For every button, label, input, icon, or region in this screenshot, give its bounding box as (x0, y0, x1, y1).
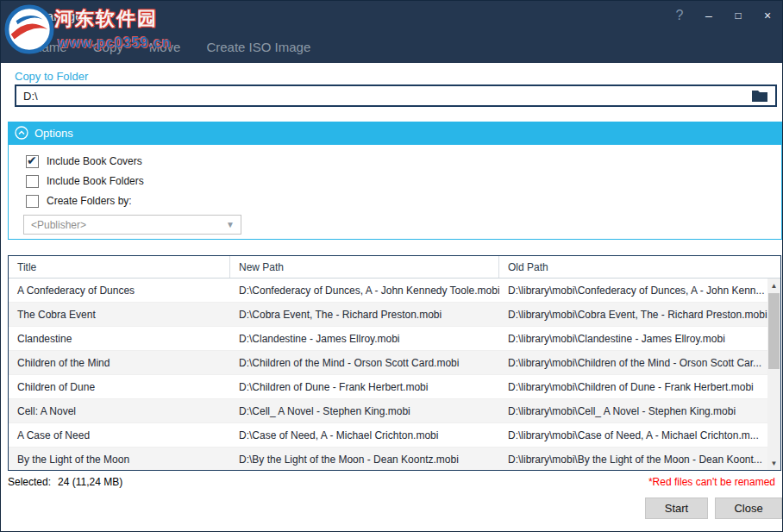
cell-title: The Cobra Event (9, 309, 230, 321)
chevron-down-icon[interactable]: ▼ (220, 220, 241, 229)
cell-new-path: D:\Children of Dune - Frank Herbert.mobi (230, 381, 499, 393)
cell-new-path: D:\Cell_ A Novel - Stephen King.mobi (230, 405, 499, 417)
cell-new-path: D:\Clandestine - James Ellroy.mobi (230, 333, 499, 345)
include-book-covers-checkbox[interactable]: ✔ (26, 155, 39, 168)
collapse-chevron-icon[interactable] (15, 126, 28, 140)
close-icon[interactable]: × (753, 1, 782, 30)
cell-title: A Confederacy of Dunces (9, 285, 230, 297)
tab-create-iso-image[interactable]: Create ISO Image (206, 40, 310, 54)
include-book-covers-label: Include Book Covers (47, 155, 142, 167)
cell-old-path: D:\library\mobi\Cobra Event, The - Richa… (499, 309, 767, 321)
cell-title: Clandestine (9, 333, 230, 345)
cell-title: A Case of Need (9, 429, 230, 441)
cell-title: Children of Dune (9, 381, 230, 393)
watermark-logo (4, 4, 54, 54)
red-files-warning: *Red files can't be renamed (648, 476, 775, 488)
scrollbar-thumb[interactable] (768, 293, 780, 369)
browse-folder-icon[interactable] (751, 89, 768, 103)
site-watermark: 河东软件园 www.pc0359.cn (3, 3, 201, 63)
files-table: Title New Path Old Path A Confederacy of… (8, 255, 781, 471)
scroll-down-icon[interactable]: ▼ (767, 456, 780, 470)
create-folders-by-checkbox[interactable]: ✔ (26, 195, 39, 208)
scroll-up-icon[interactable]: ▲ (767, 279, 780, 292)
checkmark-icon: ✔ (27, 153, 37, 167)
column-header-new-path[interactable]: New Path (230, 256, 499, 278)
cell-title: Cell: A Novel (9, 405, 230, 417)
minimize-icon[interactable]: – (694, 1, 723, 30)
selected-label: Selected: (8, 476, 51, 488)
options-expander[interactable]: Options (8, 122, 782, 144)
cell-new-path: D:\Case of Need, A - Michael Crichton.mo… (230, 429, 499, 441)
destination-path-box (15, 84, 777, 107)
cell-old-path: D:\library\mobi\Children of Dune - Frank… (499, 381, 767, 393)
watermark-site-name: 河东软件园 (54, 6, 158, 32)
file-manager-window: File Manager ? – □ × Rename Copy Move Cr… (0, 0, 783, 532)
maximize-icon[interactable]: □ (723, 1, 753, 30)
destination-path-input[interactable] (23, 90, 751, 103)
include-book-folders-option[interactable]: ✔ Include Book Folders (26, 174, 144, 188)
table-row[interactable]: A Case of Need D:\Case of Need, A - Mich… (9, 423, 767, 448)
cell-title: Children of the Mind (9, 357, 230, 369)
table-row[interactable]: By the Light of the Moon D:\By the Light… (9, 448, 767, 470)
include-book-folders-label: Include Book Folders (47, 175, 144, 187)
column-header-title[interactable]: Title (9, 256, 230, 278)
create-folders-by-option[interactable]: ✔ Create Folders by: (26, 194, 132, 208)
options-title: Options (34, 127, 73, 140)
table-row[interactable]: The Cobra Event D:\Cobra Event, The - Ri… (9, 303, 767, 327)
copy-to-folder-label: Copy to Folder (15, 70, 88, 83)
table-row[interactable]: Children of the Mind D:\Children of the … (9, 351, 767, 375)
include-book-covers-option[interactable]: ✔ Include Book Covers (26, 154, 142, 168)
create-folders-by-label: Create Folders by: (47, 195, 132, 207)
selected-value: 24 (11,24 MB) (58, 476, 122, 488)
folder-by-dropdown[interactable]: <Publisher> ▼ (23, 215, 241, 235)
folder-by-value: <Publisher> (31, 219, 220, 231)
cell-old-path: D:\library\mobi\By the Light of the Moon… (499, 454, 767, 466)
vertical-scrollbar[interactable]: ▲ ▼ (767, 279, 780, 470)
help-icon[interactable]: ? (665, 1, 694, 30)
close-button[interactable]: Close (715, 498, 782, 519)
cell-old-path: D:\library\mobi\Confederacy of Dunces, A… (499, 285, 767, 297)
table-body: A Confederacy of Dunces D:\Confederacy o… (9, 279, 767, 470)
window-controls: ? – □ × (665, 1, 782, 30)
cell-new-path: D:\Cobra Event, The - Richard Preston.mo… (230, 309, 499, 321)
cell-new-path: D:\By the Light of the Moon - Dean Koont… (230, 454, 499, 466)
start-button[interactable]: Start (645, 498, 708, 519)
table-row[interactable]: A Confederacy of Dunces D:\Confederacy o… (9, 279, 767, 303)
cell-old-path: D:\library\mobi\Clandestine - James Ellr… (499, 333, 767, 345)
column-header-old-path[interactable]: Old Path (499, 256, 780, 278)
cell-title: By the Light of the Moon (9, 454, 230, 466)
include-book-folders-checkbox[interactable]: ✔ (26, 175, 39, 188)
table-row[interactable]: Children of Dune D:\Children of Dune - F… (9, 375, 767, 399)
cell-new-path: D:\Confederacy of Dunces, A - John Kenne… (230, 285, 499, 297)
table-row[interactable]: Cell: A Novel D:\Cell_ A Novel - Stephen… (9, 399, 767, 423)
cell-old-path: D:\library\mobi\Children of the Mind - O… (499, 357, 767, 369)
options-panel: ✔ Include Book Covers ✔ Include Book Fol… (8, 144, 782, 240)
cell-new-path: D:\Children of the Mind - Orson Scott Ca… (230, 357, 499, 369)
selection-summary: Selected:24 (11,24 MB) (8, 476, 122, 488)
table-header: Title New Path Old Path (9, 256, 780, 279)
table-row[interactable]: Clandestine D:\Clandestine - James Ellro… (9, 327, 767, 351)
cell-old-path: D:\library\mobi\Cell_ A Novel - Stephen … (499, 405, 767, 417)
watermark-site-url: www.pc0359.cn (58, 35, 172, 51)
cell-old-path: D:\library\mobi\Case of Need, A - Michae… (499, 429, 767, 441)
